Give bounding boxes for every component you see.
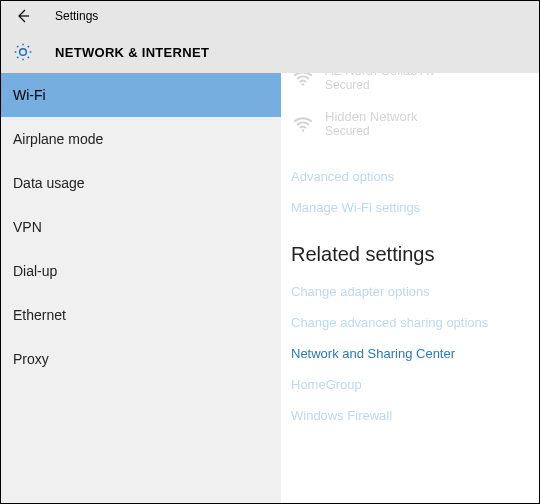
back-button[interactable] <box>11 4 35 28</box>
wifi-network-row[interactable]: Hidden Network Secured <box>281 105 539 143</box>
wifi-icon <box>291 73 315 90</box>
link-change-sharing[interactable]: Change advanced sharing options <box>281 307 539 338</box>
wifi-icon <box>291 112 315 136</box>
main: Wi-Fi Airplane mode Data usage VPN Dial-… <box>1 73 539 503</box>
svg-point-1 <box>302 129 304 131</box>
sidebar: Wi-Fi Airplane mode Data usage VPN Dial-… <box>1 73 281 503</box>
gear-icon <box>11 40 35 64</box>
sidebar-item-label: Data usage <box>13 175 85 191</box>
sidebar-item-ethernet[interactable]: Ethernet <box>1 293 281 337</box>
section-title: NETWORK & INTERNET <box>55 45 209 60</box>
related-heading: Related settings <box>281 223 539 276</box>
link-change-adapter[interactable]: Change adapter options <box>281 276 539 307</box>
titlebar: Settings <box>1 1 539 31</box>
network-name: Hidden Network <box>325 110 418 124</box>
link-network-sharing-center[interactable]: Network and Sharing Center <box>281 338 539 369</box>
arrow-left-icon <box>15 8 31 24</box>
network-status: Secured <box>325 125 418 138</box>
sidebar-item-label: Proxy <box>13 351 49 367</box>
network-status: Secured <box>325 79 437 92</box>
sidebar-item-vpn[interactable]: VPN <box>1 205 281 249</box>
svg-point-0 <box>302 83 304 85</box>
sidebar-item-wifi[interactable]: Wi-Fi <box>1 73 281 117</box>
sidebar-item-airplane[interactable]: Airplane mode <box>1 117 281 161</box>
link-manage-wifi[interactable]: Manage Wi-Fi settings <box>281 192 539 223</box>
link-advanced-options[interactable]: Advanced options <box>281 161 539 192</box>
titlebar-text: Settings <box>55 9 98 23</box>
link-windows-firewall[interactable]: Windows Firewall <box>281 400 539 431</box>
sidebar-item-label: VPN <box>13 219 42 235</box>
sidebar-item-proxy[interactable]: Proxy <box>1 337 281 381</box>
sidebar-item-label: Wi-Fi <box>13 87 46 103</box>
sidebar-item-label: Airplane mode <box>13 131 103 147</box>
sidebar-item-label: Ethernet <box>13 307 66 323</box>
sidebar-item-dial-up[interactable]: Dial-up <box>1 249 281 293</box>
wifi-network-row[interactable]: AZ North Collab AV Secured <box>281 73 539 97</box>
link-homegroup[interactable]: HomeGroup <box>281 369 539 400</box>
sidebar-item-data-usage[interactable]: Data usage <box>1 161 281 205</box>
content: AZ North Collab AV Secured Hidden Networ… <box>281 73 539 503</box>
sidebar-item-label: Dial-up <box>13 263 57 279</box>
section-header: NETWORK & INTERNET <box>1 31 539 73</box>
